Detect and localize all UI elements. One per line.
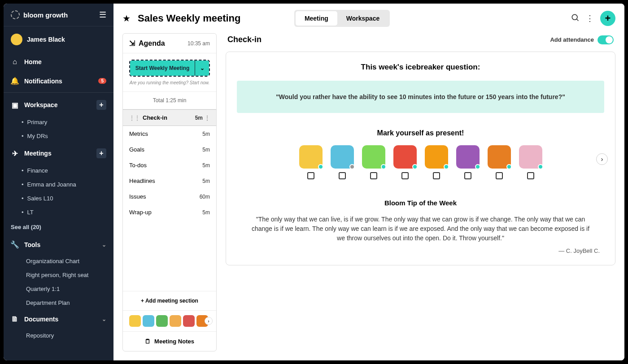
workspace-item[interactable]: My DRs	[22, 129, 113, 143]
mini-avatar[interactable]	[183, 315, 195, 327]
mini-avatar[interactable]	[129, 315, 141, 327]
attendee-avatar[interactable]	[456, 145, 480, 169]
attendee-avatar[interactable]	[519, 145, 542, 169]
brand-label: bloom growth	[23, 11, 68, 19]
search-icon[interactable]	[571, 13, 580, 24]
documents-label: Documents	[24, 316, 58, 323]
attendees-next-icon[interactable]: ›	[596, 153, 608, 165]
tool-item[interactable]: Right person, Right seat	[4, 268, 113, 282]
brand[interactable]: bloom growth	[11, 10, 68, 19]
attendee-avatar[interactable]	[362, 145, 385, 169]
section-meetings[interactable]: ✈ Meetings +	[4, 143, 113, 164]
agenda-item-more-icon[interactable]: ⋮	[205, 115, 210, 121]
nav-home[interactable]: ⌂ Home	[4, 52, 113, 71]
agenda-item[interactable]: Metrics5m	[123, 126, 216, 142]
checkin-panel: Check-in Add attendance This week's iceb…	[226, 33, 615, 351]
meeting-item[interactable]: Emma and Joanna	[22, 178, 113, 191]
tip-author: — C. JoyBell C.	[237, 247, 604, 254]
attendee-checkbox[interactable]	[527, 172, 534, 179]
documents-list: Repository	[4, 329, 113, 342]
agenda-item-duration: 5m	[202, 209, 210, 216]
attendee	[362, 145, 385, 179]
start-meeting-button[interactable]: Start Weekly Meeting	[130, 61, 195, 76]
tool-item[interactable]: Quarterly 1:1	[4, 282, 113, 296]
agenda-title: Agenda	[139, 39, 165, 48]
drag-handle-icon[interactable]: ⋮⋮	[129, 115, 140, 121]
section-workspace[interactable]: ▣ Workspace +	[4, 95, 113, 115]
attendee-checkbox[interactable]	[464, 172, 471, 179]
agenda-item[interactable]: Wrap-up5m	[123, 204, 216, 220]
agenda-start-section: Start Weekly Meeting ⌄ Are you running t…	[123, 53, 216, 92]
add-workspace-button[interactable]: +	[96, 100, 106, 110]
document-item[interactable]: Repository	[4, 329, 113, 342]
topbar: ★ Sales Weekly meeting Meeting Workspace…	[113, 4, 624, 33]
nav-notifications[interactable]: 🔔 Notifications 5	[4, 71, 113, 91]
section-documents[interactable]: 🗎 Documents ⌄	[4, 310, 113, 329]
workspace-list: Primary My DRs	[4, 115, 113, 143]
mini-avatar[interactable]	[156, 315, 168, 327]
divider	[4, 92, 113, 93]
meeting-notes-button[interactable]: 🗒 Meeting Notes	[123, 331, 216, 351]
section-tools[interactable]: 🔧 Tools ⌄	[4, 235, 113, 254]
add-meeting-button[interactable]: +	[96, 148, 106, 158]
checkin-title: Check-in	[227, 35, 262, 44]
star-icon[interactable]: ★	[122, 13, 131, 24]
nav-notifications-label: Notifications	[24, 78, 62, 85]
see-all-meetings[interactable]: See all (20)	[4, 219, 113, 235]
status-dot-icon	[412, 164, 418, 169]
status-dot-icon	[381, 164, 386, 169]
attendee	[331, 145, 354, 179]
meetings-label: Meetings	[24, 150, 52, 157]
add-fab-button[interactable]: +	[600, 11, 615, 26]
attendance-toggle-row: Add attendance	[550, 35, 614, 44]
mini-avatars-row: ›	[123, 310, 216, 331]
agenda-item[interactable]: Headlines5m	[123, 173, 216, 189]
agenda-item-duration: 5m	[202, 178, 210, 184]
status-dot-icon	[506, 164, 512, 169]
attendance-toggle[interactable]	[597, 35, 614, 44]
attendee-checkbox[interactable]	[370, 172, 377, 179]
attendee-avatar[interactable]	[299, 145, 323, 169]
meeting-item[interactable]: Sales L10	[22, 191, 113, 205]
agenda-item-label: Headlines	[129, 178, 155, 184]
agenda-item[interactable]: Issues60m	[123, 189, 216, 204]
agenda-icon: ⇲	[129, 39, 135, 48]
attendee-avatar[interactable]	[393, 145, 417, 169]
start-meeting-dropdown[interactable]: ⌄	[195, 61, 209, 76]
attendee-checkbox[interactable]	[307, 172, 314, 179]
agenda-item-duration: 60m	[200, 194, 210, 200]
attendee-checkbox[interactable]	[496, 172, 503, 179]
attendee-avatar[interactable]	[331, 145, 354, 169]
tool-item[interactable]: Organizational Chart	[4, 254, 113, 268]
tool-item[interactable]: Department Plan	[4, 296, 113, 310]
tab-workspace[interactable]: Workspace	[337, 11, 388, 26]
sidebar-collapse-icon[interactable]: ☰	[99, 10, 106, 20]
user-row[interactable]: James Black	[4, 26, 113, 52]
agenda-item-label: Metrics	[129, 130, 148, 137]
sidebar: bloom growth ☰ James Black ⌂ Home 🔔 Noti…	[4, 4, 113, 360]
workspace-item[interactable]: Primary	[22, 115, 113, 129]
attendee-avatar[interactable]	[425, 145, 448, 169]
add-meeting-section-button[interactable]: + Add meeting section	[123, 291, 216, 310]
meeting-item[interactable]: LT	[22, 205, 113, 219]
attendee-checkbox[interactable]	[401, 172, 409, 179]
mini-avatar[interactable]	[170, 315, 181, 327]
chevron-down-icon: ⌄	[102, 242, 106, 248]
agenda-item[interactable]: To-dos5m	[123, 157, 216, 173]
tab-meeting[interactable]: Meeting	[296, 11, 337, 26]
icebreaker-question: "Would you rather have the ability to se…	[237, 81, 604, 113]
meetings-list: Finance Emma and Joanna Sales L10 LT	[4, 164, 113, 219]
meeting-item[interactable]: Finance	[22, 164, 113, 178]
attendee-avatar[interactable]	[488, 145, 511, 169]
svg-point-0	[572, 14, 577, 20]
agenda-item[interactable]: ⋮⋮Check-in5m⋮	[123, 109, 216, 126]
agenda-item[interactable]: Goals5m	[123, 142, 216, 157]
attendees-row: ›	[237, 145, 604, 179]
attendee-checkbox[interactable]	[339, 172, 346, 179]
attendee-checkbox[interactable]	[433, 172, 440, 179]
more-icon[interactable]: ⋮	[586, 13, 594, 23]
mini-avatar[interactable]	[143, 315, 154, 327]
bell-icon: 🔔	[11, 77, 19, 85]
mini-avatars-next-icon[interactable]: ›	[205, 317, 213, 325]
user-avatar-icon	[11, 34, 22, 45]
